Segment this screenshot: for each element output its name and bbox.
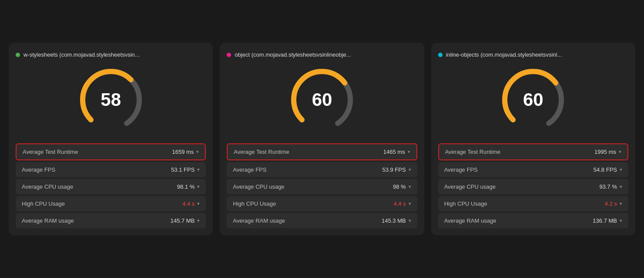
metrics-list: Average Test Runtime1659 ms▾Average FPS5… xyxy=(16,143,206,228)
metric-label: Average CPU usage xyxy=(233,183,284,190)
metric-label: High CPU Usage xyxy=(22,200,65,207)
metric-value: 145.3 MB xyxy=(382,217,406,224)
metric-value-container: 1659 ms▾ xyxy=(172,149,199,155)
metric-row[interactable]: Average RAM usage145.7 MB▾ xyxy=(16,213,206,228)
metric-label: Average Test Runtime xyxy=(23,149,78,155)
card-title: w-stylesheets (com.mojavad.stylesheetsvs… xyxy=(23,51,140,58)
metric-value-container: 53.1 FPS▾ xyxy=(171,166,200,173)
metric-value-container: 145.7 MB▾ xyxy=(171,217,200,224)
metric-label: Average RAM usage xyxy=(233,217,285,224)
chevron-down-icon: ▾ xyxy=(409,201,411,207)
card-2: object (com.mojavad.stylesheetsvsinlineo… xyxy=(220,43,424,235)
card-title: inline-objects (com.mojavad.stylesheetsv… xyxy=(446,51,562,58)
metric-label: Average CPU usage xyxy=(444,183,496,190)
metric-value: 53.1 FPS xyxy=(171,166,195,173)
card-header: object (com.mojavad.stylesheetsvsinlineo… xyxy=(227,51,417,58)
dashboard: w-stylesheets (com.mojavad.stylesheetsvs… xyxy=(9,43,635,235)
metric-value: 1659 ms xyxy=(172,149,194,155)
gauge-container: 60 xyxy=(227,65,417,135)
metric-value-container: 4.2 s▾ xyxy=(605,200,622,207)
gauge-value: 60 xyxy=(312,89,332,110)
gauge-value: 60 xyxy=(523,89,543,110)
metric-row[interactable]: Average FPS54.8 FPS▾ xyxy=(438,162,628,177)
chevron-down-icon: ▾ xyxy=(620,167,622,173)
metric-value-container: 136.7 MB▾ xyxy=(593,217,622,224)
status-dot xyxy=(438,53,443,57)
metric-value-container: 145.3 MB▾ xyxy=(382,217,411,224)
metric-value: 98.1 % xyxy=(177,183,195,190)
metric-row[interactable]: High CPU Usage4.2 s▾ xyxy=(438,196,628,211)
status-dot xyxy=(227,53,231,57)
metric-value: 93.7 % xyxy=(600,183,617,190)
metric-value: 53.9 FPS xyxy=(382,166,406,173)
metric-row[interactable]: Average Test Runtime1465 ms▾ xyxy=(227,143,417,160)
metric-label: Average RAM usage xyxy=(22,217,74,224)
card-header: inline-objects (com.mojavad.stylesheetsv… xyxy=(438,51,628,58)
metric-value: 145.7 MB xyxy=(171,217,195,224)
metrics-list: Average Test Runtime1465 ms▾Average FPS5… xyxy=(227,143,417,228)
metrics-list: Average Test Runtime1995 ms▾Average FPS5… xyxy=(438,143,628,228)
metric-label: High CPU Usage xyxy=(233,200,276,207)
metric-value-container: 54.8 FPS▾ xyxy=(594,166,622,173)
chevron-down-icon: ▾ xyxy=(197,201,200,207)
metric-value-container: 1995 ms▾ xyxy=(594,149,621,155)
chevron-down-icon: ▾ xyxy=(197,218,200,224)
chevron-down-icon: ▾ xyxy=(620,201,622,207)
metric-value-container: 93.7 %▾ xyxy=(600,183,622,190)
card-title: object (com.mojavad.stylesheetsvsinlineo… xyxy=(235,51,351,58)
chevron-down-icon: ▾ xyxy=(619,149,621,155)
chevron-down-icon: ▾ xyxy=(620,218,622,224)
chevron-down-icon: ▾ xyxy=(408,149,410,155)
metric-label: Average Test Runtime xyxy=(445,149,500,155)
gauge-container: 60 xyxy=(438,65,628,135)
metric-label: Average RAM usage xyxy=(444,217,496,224)
metric-value-container: 4.4 s▾ xyxy=(393,200,411,207)
metric-row[interactable]: High CPU Usage4.4 s▾ xyxy=(227,196,417,211)
metric-label: Average FPS xyxy=(233,166,266,173)
metric-row[interactable]: Average Test Runtime1659 ms▾ xyxy=(16,143,206,160)
metric-row[interactable]: High CPU Usage4.4 s▾ xyxy=(16,196,206,211)
metric-value-container: 98 %▾ xyxy=(393,183,411,190)
metric-row[interactable]: Average RAM usage136.7 MB▾ xyxy=(438,213,628,228)
chevron-down-icon: ▾ xyxy=(197,184,200,190)
metric-row[interactable]: Average CPU usage98 %▾ xyxy=(227,179,417,194)
metric-value: 136.7 MB xyxy=(593,217,617,224)
metric-value-container: 1465 ms▾ xyxy=(383,149,410,155)
metric-label: Average CPU usage xyxy=(22,183,73,190)
chevron-down-icon: ▾ xyxy=(409,218,411,224)
chevron-down-icon: ▾ xyxy=(409,167,411,173)
metric-value: 4.2 s xyxy=(605,200,617,207)
metric-label: Average FPS xyxy=(22,166,55,173)
metric-row[interactable]: Average CPU usage98.1 %▾ xyxy=(16,179,206,194)
metric-value-container: 98.1 %▾ xyxy=(177,183,200,190)
card-3: inline-objects (com.mojavad.stylesheetsv… xyxy=(431,43,635,235)
metric-row[interactable]: Average Test Runtime1995 ms▾ xyxy=(438,143,628,160)
metric-label: High CPU Usage xyxy=(444,200,487,207)
metric-value: 1995 ms xyxy=(594,149,616,155)
metric-value: 1465 ms xyxy=(383,149,405,155)
metric-label: Average FPS xyxy=(444,166,478,173)
metric-row[interactable]: Average FPS53.9 FPS▾ xyxy=(227,162,417,177)
status-dot xyxy=(16,53,20,57)
metric-value: 98 % xyxy=(393,183,406,190)
metric-value: 54.8 FPS xyxy=(594,166,617,173)
metric-value: 4.4 s xyxy=(182,200,195,207)
metric-row[interactable]: Average RAM usage145.3 MB▾ xyxy=(227,213,417,228)
metric-row[interactable]: Average FPS53.1 FPS▾ xyxy=(16,162,206,177)
chevron-down-icon: ▾ xyxy=(620,184,622,190)
card-1: w-stylesheets (com.mojavad.stylesheetsvs… xyxy=(9,43,213,235)
chevron-down-icon: ▾ xyxy=(196,149,199,155)
gauge-value: 58 xyxy=(101,89,121,110)
metric-label: Average Test Runtime xyxy=(234,149,289,155)
metric-value-container: 4.4 s▾ xyxy=(182,200,200,207)
metric-value: 4.4 s xyxy=(393,200,406,207)
chevron-down-icon: ▾ xyxy=(197,167,200,173)
metric-value-container: 53.9 FPS▾ xyxy=(382,166,411,173)
gauge-container: 58 xyxy=(16,65,206,135)
metric-row[interactable]: Average CPU usage93.7 %▾ xyxy=(438,179,628,194)
chevron-down-icon: ▾ xyxy=(409,184,411,190)
card-header: w-stylesheets (com.mojavad.stylesheetsvs… xyxy=(16,51,206,58)
